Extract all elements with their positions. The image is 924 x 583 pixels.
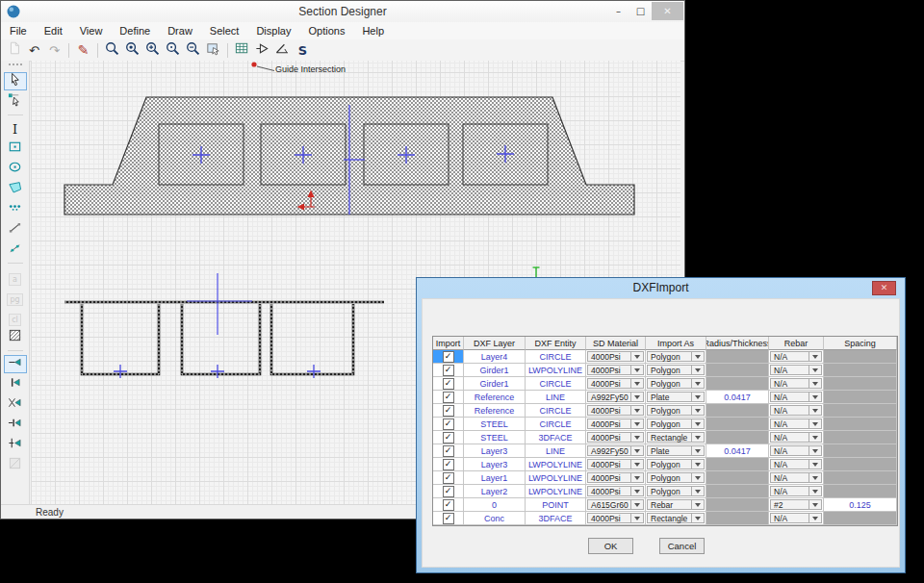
menu-select[interactable]: Select: [201, 22, 248, 39]
draw-i-section-tool[interactable]: I: [4, 119, 27, 138]
rebar-select[interactable]: N/A: [770, 486, 822, 496]
rebar-select[interactable]: N/A: [770, 365, 822, 375]
rebar-select[interactable]: N/A: [770, 459, 822, 469]
dxf-entity-cell[interactable]: LINE: [526, 391, 586, 404]
dxf-entity-cell[interactable]: POINT: [526, 498, 586, 512]
import-as-select[interactable]: Polygon: [647, 472, 705, 483]
snap-intersections-tool[interactable]: [4, 395, 27, 414]
dxf-layer-cell[interactable]: Layer3: [464, 444, 526, 458]
rebar-select[interactable]: N/A: [770, 445, 822, 456]
import-as-select[interactable]: Polygon: [647, 351, 705, 362]
dxf-layer-cell[interactable]: Girder1: [464, 377, 526, 391]
reshaper-tool[interactable]: [4, 92, 27, 111]
dxf-layer-cell[interactable]: STEEL: [464, 431, 526, 444]
minimize-button[interactable]: –: [607, 2, 629, 20]
pencil-button[interactable]: ✎: [73, 40, 93, 60]
sd-material-select[interactable]: A992Fy50: [587, 445, 644, 456]
zoom-all-button[interactable]: [122, 40, 142, 60]
dxf-layer-cell[interactable]: Girder1: [464, 364, 526, 377]
import-as-select[interactable]: Plate: [647, 392, 705, 402]
sd-material-select[interactable]: 4000Psi: [587, 365, 644, 375]
import-as-select[interactable]: Polygon: [647, 459, 705, 469]
sd-material-select[interactable]: 4000Psi: [587, 351, 644, 362]
menu-draw[interactable]: Draw: [159, 22, 201, 39]
dialog-close-button[interactable]: ✕: [872, 281, 896, 295]
import-as-select[interactable]: Rectangle: [647, 513, 705, 523]
import-checkbox[interactable]: ✓: [443, 499, 454, 511]
dxf-entity-cell[interactable]: 3DFACE: [526, 512, 586, 525]
dxf-entity-cell[interactable]: LWPOLYLINE: [526, 471, 586, 485]
palette-drag-handle[interactable]: [9, 63, 22, 69]
girder-guide-line[interactable]: [187, 273, 252, 335]
import-checkbox[interactable]: ✓: [443, 472, 454, 484]
import-checkbox[interactable]: ✓: [443, 459, 454, 470]
close-button[interactable]: ✕: [652, 2, 683, 20]
draw-rectangle-tool[interactable]: [4, 139, 27, 158]
sd-material-select[interactable]: A992Fy50: [587, 392, 644, 402]
cancel-button[interactable]: Cancel: [659, 538, 705, 554]
dxf-layer-cell[interactable]: Conc: [464, 512, 526, 525]
import-as-select[interactable]: Rectangle: [647, 432, 705, 443]
import-checkbox[interactable]: ✓: [443, 365, 454, 376]
import-as-select[interactable]: Polygon: [647, 486, 705, 496]
zoom-in-button[interactable]: [142, 40, 163, 60]
dxf-layer-cell[interactable]: 0: [464, 498, 526, 512]
hatch-tool[interactable]: [4, 328, 27, 346]
import-checkbox[interactable]: ✓: [443, 445, 454, 457]
radius-thickness-cell[interactable]: 0.0417: [706, 391, 769, 404]
snap-perpendicular-tool[interactable]: [4, 436, 27, 454]
sd-material-select[interactable]: 4000Psi: [587, 486, 644, 496]
dxf-layer-cell[interactable]: Layer4: [464, 350, 526, 364]
dxf-layer-cell[interactable]: Layer3: [464, 458, 526, 471]
dxf-entity-cell[interactable]: CIRCLE: [526, 350, 586, 364]
pan-button[interactable]: [203, 40, 223, 60]
dxf-layer-cell[interactable]: Layer2: [464, 485, 526, 498]
flip-section-button[interactable]: [252, 40, 272, 60]
dxf-entity-cell[interactable]: 3DFACE: [526, 431, 586, 444]
menu-options[interactable]: Options: [299, 22, 353, 39]
zoom-previous-button[interactable]: [163, 40, 183, 60]
menu-define[interactable]: Define: [111, 22, 159, 39]
title-bar[interactable]: Section Designer –□✕: [1, 1, 684, 22]
snap-points-tool[interactable]: [4, 355, 27, 373]
sd-material-select[interactable]: 4000Psi: [587, 513, 644, 523]
draw-line-tool[interactable]: [4, 220, 27, 239]
dialog-title-bar[interactable]: DXFImport: [417, 278, 905, 298]
spacing-cell[interactable]: 0.125: [824, 498, 897, 512]
menu-file[interactable]: File: [1, 22, 36, 39]
import-checkbox[interactable]: ✓: [443, 392, 454, 403]
import-as-select[interactable]: Plate: [647, 445, 705, 456]
import-as-select[interactable]: Rebar: [647, 499, 705, 510]
rebar-select[interactable]: N/A: [770, 472, 822, 483]
guidelines-button[interactable]: [232, 40, 252, 60]
sd-material-select[interactable]: A615Gr60: [587, 499, 644, 510]
maximize-button[interactable]: □: [629, 2, 652, 20]
dxf-entity-cell[interactable]: LINE: [526, 444, 586, 458]
import-checkbox[interactable]: ✓: [443, 486, 454, 497]
sd-material-select[interactable]: 4000Psi: [587, 418, 644, 429]
sd-material-select[interactable]: 4000Psi: [587, 378, 644, 389]
axes-button[interactable]: [272, 40, 293, 60]
sd-material-select[interactable]: 4000Psi: [587, 472, 644, 483]
snap-midpoints-tool[interactable]: [4, 416, 27, 434]
dxf-entity-cell[interactable]: LWPOLYLINE: [526, 485, 586, 498]
sd-material-select[interactable]: 4000Psi: [587, 459, 644, 469]
import-checkbox[interactable]: ✓: [443, 513, 454, 524]
draw-polygon-tool[interactable]: [4, 180, 27, 198]
import-as-select[interactable]: Polygon: [647, 378, 705, 389]
radius-thickness-cell[interactable]: 0.0417: [706, 444, 769, 458]
sd-material-select[interactable]: 4000Psi: [587, 432, 644, 443]
zoom-window-button[interactable]: [102, 40, 122, 60]
dxf-entity-cell[interactable]: CIRCLE: [526, 418, 586, 431]
draw-rebar-points-tool[interactable]: [4, 200, 27, 218]
import-as-select[interactable]: Polygon: [647, 365, 705, 375]
menu-view[interactable]: View: [71, 22, 112, 39]
sd-material-select[interactable]: 4000Psi: [587, 405, 644, 416]
menu-edit[interactable]: Edit: [36, 22, 71, 39]
steel-tub-girder-section[interactable]: [64, 302, 384, 374]
select-pointer-tool[interactable]: [4, 72, 27, 90]
menu-help[interactable]: Help: [353, 22, 393, 39]
zoom-out-button[interactable]: [183, 40, 203, 60]
rebar-select[interactable]: N/A: [770, 432, 822, 443]
dxf-entity-cell[interactable]: LWPOLYLINE: [526, 364, 586, 377]
